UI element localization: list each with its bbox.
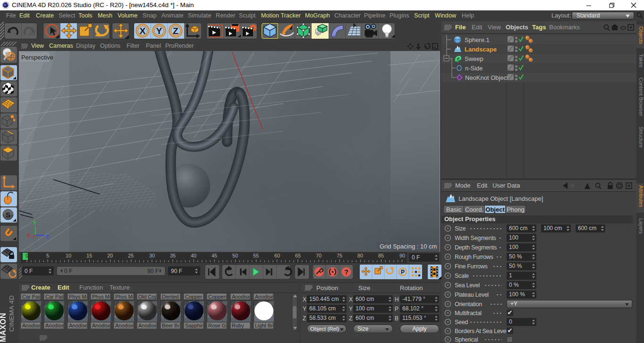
svg-text:40: 40: [191, 253, 196, 258]
svg-text:50: 50: [232, 253, 238, 258]
svg-text:Z: Z: [173, 26, 178, 36]
svg-text:90 F: 90 F: [147, 268, 159, 274]
svg-text:90: 90: [399, 253, 405, 258]
svg-text:25: 25: [128, 253, 134, 258]
svg-text:Grid Spacing : 10 cm: Grid Spacing : 10 cm: [380, 243, 437, 250]
svg-text:S: S: [6, 211, 10, 219]
svg-text:90 F: 90 F: [171, 268, 182, 274]
svg-text:Y: Y: [156, 26, 162, 36]
svg-text:0 F: 0 F: [64, 268, 72, 274]
svg-text:10: 10: [66, 253, 71, 258]
svg-text:30: 30: [149, 253, 155, 258]
svg-text:0: 0: [25, 253, 28, 258]
svg-text:Perspective: Perspective: [21, 54, 53, 61]
svg-text:55: 55: [253, 253, 259, 258]
svg-text:Y: Y: [33, 220, 37, 226]
svg-text:35: 35: [170, 253, 176, 258]
svg-text:n-Side: n-Side: [465, 65, 483, 72]
svg-text:Sweep: Sweep: [465, 55, 483, 62]
svg-text:60: 60: [274, 253, 280, 258]
svg-text:75: 75: [337, 253, 342, 258]
svg-text:85: 85: [378, 253, 384, 258]
svg-text:70: 70: [316, 253, 322, 258]
svg-text:P: P: [401, 269, 405, 275]
svg-text:NeoKnot Object: NeoKnot Object: [465, 74, 508, 81]
svg-text:Landscape: Landscape: [465, 46, 497, 53]
svg-text:?: ?: [344, 268, 348, 276]
svg-text:5: 5: [46, 253, 49, 258]
svg-text:80: 80: [357, 253, 363, 258]
svg-text:Sphere.1: Sphere.1: [465, 36, 490, 43]
svg-text:15: 15: [86, 253, 92, 258]
svg-text:X: X: [140, 26, 146, 36]
svg-text:0 F: 0 F: [412, 254, 420, 261]
svg-text:0 F: 0 F: [25, 268, 33, 274]
svg-text:X: X: [27, 232, 31, 238]
svg-text:Z: Z: [46, 234, 49, 240]
svg-text:45: 45: [212, 253, 217, 258]
svg-text:65: 65: [295, 253, 301, 258]
svg-text:20: 20: [107, 253, 113, 258]
